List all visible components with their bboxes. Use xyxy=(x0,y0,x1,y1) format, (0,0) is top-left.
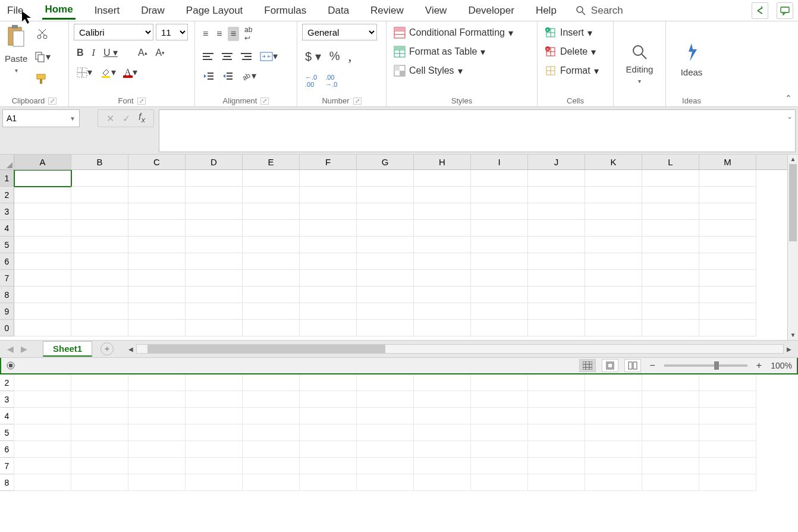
formula-input[interactable]: ⌄ xyxy=(159,109,796,152)
zoom-out-button[interactable]: − xyxy=(647,358,658,373)
cut-button[interactable] xyxy=(33,26,51,42)
cell[interactable] xyxy=(300,287,357,303)
cell[interactable] xyxy=(414,170,471,187)
cell[interactable] xyxy=(471,303,528,320)
cell[interactable] xyxy=(71,287,128,303)
paste-icon[interactable] xyxy=(6,24,26,50)
row-header[interactable]: 1 xyxy=(0,170,14,187)
cell[interactable] xyxy=(414,270,471,287)
cell[interactable] xyxy=(699,220,756,237)
cell[interactable] xyxy=(642,270,699,287)
format-cells-button[interactable]: Format ▾ xyxy=(542,63,601,78)
align-left-button[interactable] xyxy=(200,51,216,62)
column-header[interactable]: C xyxy=(128,155,186,169)
zoom-in-button[interactable]: + xyxy=(753,358,765,373)
cell[interactable] xyxy=(585,203,642,220)
column-header[interactable]: H xyxy=(414,155,471,169)
cell[interactable] xyxy=(528,253,585,270)
cell[interactable] xyxy=(699,287,756,303)
cell[interactable] xyxy=(186,187,243,203)
cell[interactable] xyxy=(414,253,471,270)
cell[interactable] xyxy=(14,170,71,187)
collapse-ribbon-button[interactable]: ⌃ xyxy=(779,90,798,106)
cell[interactable] xyxy=(471,220,528,237)
cell[interactable] xyxy=(528,203,585,220)
decrease-font-button[interactable]: A▾ xyxy=(153,46,168,60)
column-header[interactable]: A xyxy=(14,155,71,169)
paste-label[interactable]: Paste xyxy=(5,53,27,64)
cell[interactable] xyxy=(699,320,756,336)
cell[interactable] xyxy=(585,270,642,287)
cell[interactable] xyxy=(471,203,528,220)
ideas-button-label[interactable]: Ideas xyxy=(681,67,703,77)
fill-color-button[interactable]: ▾ xyxy=(98,65,119,80)
row-header[interactable]: 3 xyxy=(0,203,14,220)
cell[interactable] xyxy=(414,320,471,336)
column-header[interactable]: F xyxy=(300,155,357,169)
cell[interactable] xyxy=(471,170,528,187)
cell[interactable] xyxy=(585,237,642,253)
column-header[interactable]: I xyxy=(471,155,528,169)
expand-formula-bar-button[interactable]: ⌄ xyxy=(787,112,793,121)
share-button[interactable] xyxy=(752,2,768,19)
cell[interactable] xyxy=(14,220,71,237)
font-color-button[interactable]: A ▾ xyxy=(121,65,140,80)
cell[interactable] xyxy=(642,253,699,270)
cell[interactable] xyxy=(128,187,186,203)
tab-developer[interactable]: Developer xyxy=(466,2,517,19)
cell[interactable] xyxy=(128,170,186,187)
normal-view-button[interactable] xyxy=(579,359,596,372)
increase-decimal-button[interactable]: ←.0.00 xyxy=(302,72,320,90)
cell[interactable] xyxy=(186,203,243,220)
cell[interactable] xyxy=(300,220,357,237)
cell[interactable] xyxy=(186,270,243,287)
cell[interactable] xyxy=(186,303,243,320)
cancel-formula-button[interactable]: ✕ xyxy=(106,113,114,124)
number-dialog-launcher[interactable]: ⤢ xyxy=(353,97,362,105)
number-format-select[interactable]: General xyxy=(302,24,377,40)
column-header[interactable]: D xyxy=(186,155,243,169)
page-break-view-button[interactable] xyxy=(624,359,641,372)
copy-button[interactable]: ▾ xyxy=(31,49,54,64)
name-box[interactable]: A1▼ xyxy=(2,109,80,127)
cell[interactable] xyxy=(186,170,243,187)
cell[interactable] xyxy=(243,320,300,336)
cell[interactable] xyxy=(128,287,186,303)
tab-page-layout[interactable]: Page Layout xyxy=(184,2,245,19)
sheet-next-button[interactable]: ▶ xyxy=(17,344,31,354)
cell[interactable] xyxy=(128,203,186,220)
cell[interactable] xyxy=(71,187,128,203)
decrease-indent-button[interactable] xyxy=(200,70,216,82)
cell[interactable] xyxy=(528,303,585,320)
vertical-scrollbar[interactable]: ▲▼ xyxy=(787,155,798,340)
cell[interactable] xyxy=(300,270,357,287)
tab-insert[interactable]: Insert xyxy=(92,2,122,19)
delete-cells-button[interactable]: × Delete ▾ xyxy=(542,44,598,59)
cell-styles-button[interactable]: Cell Styles ▾ xyxy=(391,63,465,78)
cell[interactable] xyxy=(14,237,71,253)
cell[interactable] xyxy=(186,320,243,336)
cell[interactable] xyxy=(585,320,642,336)
cell[interactable] xyxy=(528,170,585,187)
cell[interactable] xyxy=(528,187,585,203)
paste-dropdown[interactable]: ▾ xyxy=(15,67,18,74)
cell[interactable] xyxy=(357,220,414,237)
cell[interactable] xyxy=(243,170,300,187)
cell[interactable] xyxy=(471,287,528,303)
cell[interactable] xyxy=(71,253,128,270)
format-as-table-button[interactable]: Format as Table ▾ xyxy=(391,44,488,59)
cell[interactable] xyxy=(357,320,414,336)
cell[interactable] xyxy=(528,270,585,287)
cell[interactable] xyxy=(471,187,528,203)
currency-button[interactable]: $ ▾ xyxy=(302,48,324,65)
cell[interactable] xyxy=(186,253,243,270)
percent-button[interactable]: % xyxy=(326,48,343,65)
cell[interactable] xyxy=(585,253,642,270)
cell[interactable] xyxy=(471,253,528,270)
cell[interactable] xyxy=(357,203,414,220)
cell[interactable] xyxy=(585,287,642,303)
increase-font-button[interactable]: A▴ xyxy=(135,46,150,60)
cell[interactable] xyxy=(471,270,528,287)
cell[interactable] xyxy=(71,170,128,187)
conditional-formatting-button[interactable]: Conditional Formatting ▾ xyxy=(391,25,516,40)
